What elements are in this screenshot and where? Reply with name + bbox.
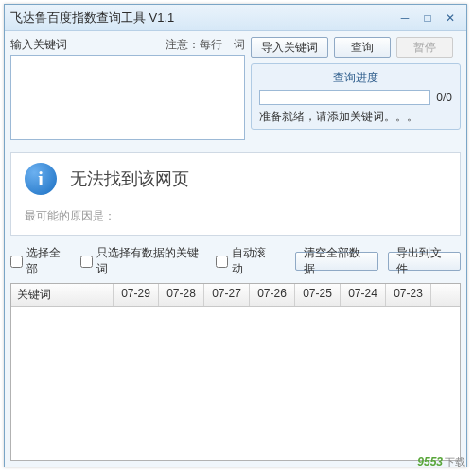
th-date[interactable]: 07-23 <box>386 284 431 306</box>
th-date[interactable]: 07-26 <box>250 284 295 306</box>
clear-data-button[interactable]: 清空全部数据 <box>295 252 378 271</box>
export-file-button[interactable]: 导出到文件 <box>388 252 461 271</box>
progress-count: 0/0 <box>436 91 452 104</box>
progress-title: 查询进度 <box>259 70 452 86</box>
auto-scroll-checkbox[interactable]: 自动滚动 <box>216 245 276 277</box>
only-data-input[interactable] <box>80 256 93 268</box>
progress-group: 查询进度 0/0 准备就绪，请添加关键词。。。 <box>251 63 461 130</box>
results-table: 关键词 07-29 07-28 07-27 07-26 07-25 07-24 … <box>10 283 461 461</box>
query-button[interactable]: 查询 <box>334 37 391 58</box>
th-date[interactable]: 07-29 <box>114 284 159 306</box>
message-main: 无法找到该网页 <box>70 167 189 190</box>
status-text: 准备就绪，请添加关键词。。。 <box>259 109 452 125</box>
auto-scroll-input[interactable] <box>216 256 228 268</box>
content-area: 输入关键词 注意：每行一词 导入关键词 查询 暂停 查询进度 0/0 <box>5 31 466 467</box>
watermark: 9553下载 <box>417 449 465 470</box>
minimize-button[interactable]: ─ <box>394 9 415 26</box>
keyword-hint: 注意：每行一词 <box>166 37 245 53</box>
only-data-checkbox[interactable]: 只选择有数据的关键词 <box>80 245 207 277</box>
info-icon: i <box>25 163 57 195</box>
th-keyword[interactable]: 关键词 <box>11 284 114 306</box>
title-bar: 飞达鲁百度指数查询工具 V1.1 ─ □ ✕ <box>5 5 466 31</box>
select-all-checkbox[interactable]: 选择全部 <box>10 245 71 277</box>
message-panel: i 无法找到该网页 最可能的原因是： <box>10 152 461 236</box>
keyword-input[interactable] <box>10 55 245 140</box>
select-all-input[interactable] <box>10 256 23 268</box>
options-row: 选择全部 只选择有数据的关键词 自动滚动 清空全部数据 导出到文件 <box>10 245 461 277</box>
maximize-button[interactable]: □ <box>417 9 438 26</box>
progress-bar <box>259 90 430 105</box>
th-date[interactable]: 07-27 <box>204 284 250 306</box>
table-header: 关键词 07-29 07-28 07-27 07-26 07-25 07-24 … <box>11 284 460 307</box>
message-sub: 最可能的原因是： <box>25 208 447 224</box>
keyword-label: 输入关键词 <box>10 37 166 53</box>
window-title: 飞达鲁百度指数查询工具 V1.1 <box>10 9 393 26</box>
table-body <box>11 307 460 458</box>
close-button[interactable]: ✕ <box>440 9 461 26</box>
app-window: 飞达鲁百度指数查询工具 V1.1 ─ □ ✕ 输入关键词 注意：每行一词 导入关… <box>4 4 467 467</box>
import-keywords-button[interactable]: 导入关键词 <box>251 37 328 58</box>
pause-button[interactable]: 暂停 <box>396 37 453 58</box>
th-date[interactable]: 07-24 <box>341 284 386 306</box>
th-date[interactable]: 07-28 <box>159 284 204 306</box>
th-date[interactable]: 07-25 <box>295 284 341 306</box>
